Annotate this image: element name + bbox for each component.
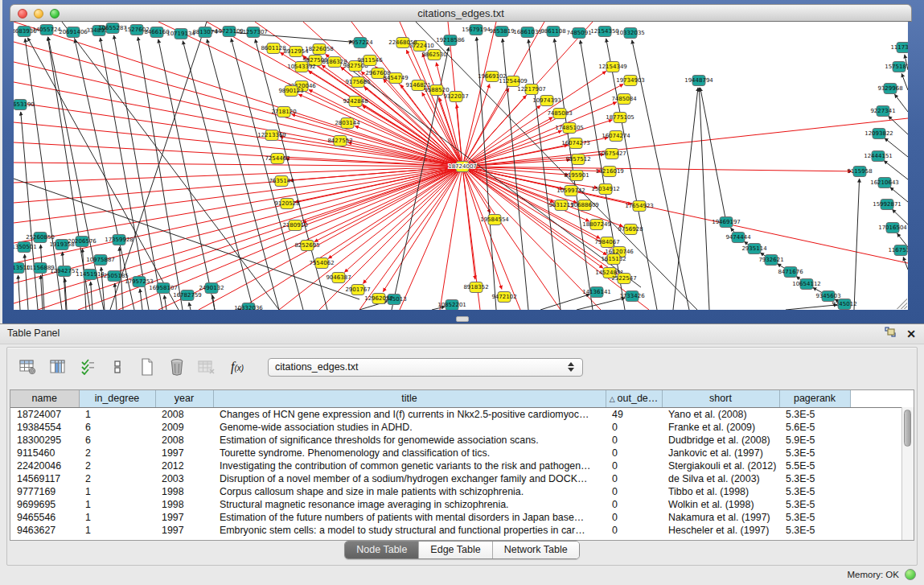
black-edge[interactable] <box>699 88 709 310</box>
table-cell[interactable]: 5.3E-5 <box>779 511 850 524</box>
table-cell[interactable]: Tourette syndrome. Phenomenology and cla… <box>213 447 606 459</box>
table-cell[interactable]: 14569117 <box>10 472 79 485</box>
resize-grip-icon[interactable] <box>897 299 907 309</box>
table-cell[interactable]: 49 <box>606 407 662 421</box>
black-edge[interactable] <box>101 38 149 310</box>
table-cell[interactable]: 5.3E-5 <box>779 447 850 459</box>
table-cell[interactable]: 2 <box>79 472 155 485</box>
column-header-year[interactable]: year <box>155 390 213 407</box>
table-cell[interactable]: 0 <box>606 485 662 498</box>
tab-network-table[interactable]: Network Table <box>492 542 579 558</box>
table-cell[interactable]: Tibbo et al. (1998) <box>662 485 779 498</box>
table-cell[interactable]: 1 <box>79 498 155 511</box>
column-header-title[interactable]: title <box>213 390 606 407</box>
table-scrollbar[interactable] <box>901 407 914 540</box>
black-edge[interactable] <box>91 282 92 310</box>
table-cell[interactable]: Stergiakouli et al. (2012) <box>662 459 779 472</box>
network-canvas[interactable]: 3683930140557242069140633489501065528715… <box>14 22 908 310</box>
network-graph[interactable]: 3683930140557242069140633489501065528715… <box>14 22 908 310</box>
red-edge[interactable] <box>14 167 462 283</box>
selection-mode-button[interactable] <box>76 356 99 378</box>
red-edge[interactable] <box>440 167 462 310</box>
zoom-window-button[interactable] <box>50 9 60 19</box>
table-cell[interactable]: 5.3E-5 <box>779 407 850 421</box>
table-cell[interactable]: 9115460 <box>10 447 79 459</box>
table-cell[interactable]: 0 <box>606 524 662 537</box>
table-cell[interactable]: 1998 <box>155 485 213 498</box>
table-cell[interactable]: Franke et al. (2009) <box>662 421 779 434</box>
table-cell[interactable]: Estimation of significance thresholds fo… <box>213 434 606 447</box>
red-edge[interactable] <box>462 167 475 279</box>
black-edge[interactable] <box>854 179 860 310</box>
scrollbar-thumb[interactable] <box>904 410 911 447</box>
table-cell[interactable]: 2003 <box>155 472 213 485</box>
table-cell[interactable]: 1 <box>79 524 155 537</box>
black-edge[interactable] <box>577 298 625 310</box>
red-edge[interactable] <box>38 167 462 310</box>
table-row[interactable]: 946362711997Embryonic stem cells: a mode… <box>10 524 903 537</box>
network-window[interactable]: citations_edges.txt 36839301405572420691… <box>10 4 912 316</box>
table-cell[interactable]: Jankovic et al. (1997) <box>662 447 779 459</box>
table-row[interactable]: 1830029562008Estimation of significance … <box>10 434 903 447</box>
create-column-button[interactable] <box>136 356 158 378</box>
table-cell[interactable]: 22420046 <box>10 459 79 472</box>
table-cell[interactable]: Embryonic stem cells: a model to study s… <box>213 524 606 537</box>
table-cell[interactable]: Dudbridge et al. (2008) <box>662 434 779 447</box>
black-edge[interactable] <box>255 39 327 310</box>
black-edge[interactable] <box>18 275 20 310</box>
table-row[interactable]: 1872400712008Changes of HCN gene express… <box>10 407 903 421</box>
table-cell[interactable]: 5.3E-5 <box>779 498 850 511</box>
show-columns-button[interactable] <box>47 356 69 378</box>
table-cell[interactable]: Nakamura et al. (1997) <box>662 511 779 524</box>
column-header-name[interactable]: name <box>10 390 79 407</box>
red-edge[interactable] <box>279 167 462 310</box>
table-cell[interactable]: 9465546 <box>10 511 79 524</box>
table-cell[interactable]: 0 <box>606 447 662 459</box>
table-cell[interactable]: 2008 <box>155 407 213 421</box>
table-cell[interactable]: 9463627 <box>10 524 79 537</box>
red-edge[interactable] <box>314 167 462 241</box>
float-panel-icon[interactable] <box>885 327 897 341</box>
table-cell[interactable]: 5.5E-5 <box>779 459 850 472</box>
table-cell[interactable]: 19384554 <box>10 421 79 434</box>
window-titlebar[interactable]: citations_edges.txt <box>10 4 912 22</box>
table-cell[interactable]: 1997 <box>155 447 213 459</box>
table-cell[interactable]: 0 <box>606 434 662 447</box>
table-cell[interactable]: Wolkin et al. (1998) <box>662 498 779 511</box>
function-builder-button[interactable]: f(x) <box>225 360 249 374</box>
black-edge[interactable] <box>62 22 279 310</box>
table-row[interactable]: 1938455462009Genome-wide association stu… <box>10 421 903 434</box>
table-cell[interactable]: 18300295 <box>10 434 79 447</box>
table-row[interactable]: 1456911722003Disruption of a novel membe… <box>10 472 903 485</box>
minimize-window-button[interactable] <box>34 9 43 19</box>
table-cell[interactable]: 5.3E-5 <box>779 472 850 485</box>
black-edge[interactable] <box>189 303 191 310</box>
black-edge[interactable] <box>164 295 166 310</box>
close-panel-icon[interactable]: ✕ <box>906 328 916 340</box>
red-edge[interactable] <box>298 94 462 167</box>
table-row[interactable]: 946554611997Estimation of the future num… <box>10 511 903 524</box>
red-edge[interactable] <box>199 167 462 310</box>
black-edge[interactable] <box>786 305 837 310</box>
table-cell[interactable]: 1 <box>79 407 155 421</box>
black-edge[interactable] <box>673 88 698 310</box>
table-cell[interactable]: 5.3E-5 <box>779 485 850 498</box>
table-cell[interactable]: 9777169 <box>10 485 79 498</box>
table-cell[interactable]: Disruption of a novel member of a sodium… <box>213 472 606 485</box>
table-cell[interactable]: 18724007 <box>10 407 79 421</box>
split-divider-handle[interactable] <box>456 316 469 322</box>
table-cell[interactable]: 2 <box>79 447 155 459</box>
table-cell[interactable]: 2 <box>79 459 155 472</box>
red-edge[interactable] <box>355 126 462 167</box>
table-cell[interactable]: 2012 <box>155 459 213 472</box>
table-cell[interactable]: 2008 <box>155 434 213 447</box>
table-row[interactable]: 2242004622012Investigating the contribut… <box>10 459 903 472</box>
table-cell[interactable]: Hescheler et al. (1997) <box>662 524 779 537</box>
table-cell[interactable]: 5.3E-5 <box>779 524 850 537</box>
table-cell[interactable]: Structural magnetic resonance image aver… <box>213 498 606 511</box>
table-cell[interactable]: 1 <box>79 511 155 524</box>
table-cell[interactable]: Changes of HCN gene expression and I(f) … <box>213 407 606 421</box>
table-cell[interactable]: 5.9E-5 <box>779 434 850 447</box>
table-row[interactable]: 911546021997Tourette syndrome. Phenomeno… <box>10 447 903 459</box>
table-cell[interactable]: Estimation of the future numbers of pati… <box>213 511 606 524</box>
